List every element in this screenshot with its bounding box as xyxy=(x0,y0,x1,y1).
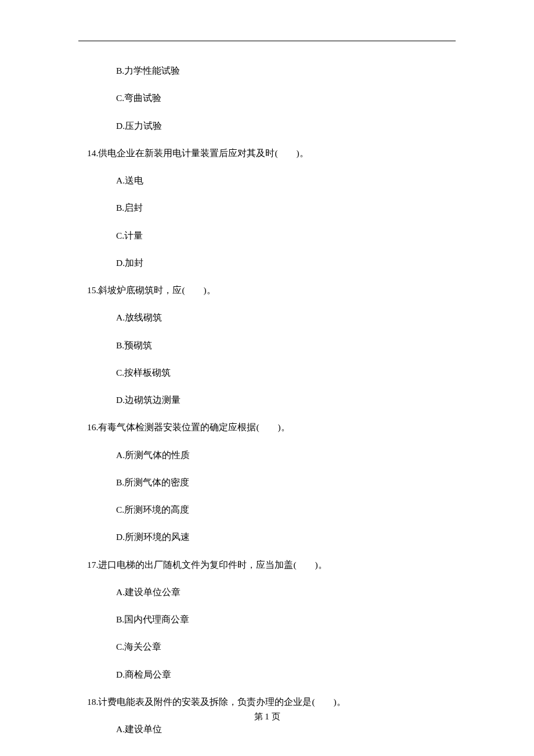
question-stem: 14.供电企业在新装用电计量装置后应对其及时( )。 xyxy=(87,146,447,160)
question-stem: 18.计费电能表及附件的安装及拆除，负责办理的企业是( )。 xyxy=(87,695,447,708)
option-text: B.启封 xyxy=(116,201,447,214)
option-text: A.放线砌筑 xyxy=(116,311,447,324)
question-stem: 15.斜坡炉底砌筑时，应( )。 xyxy=(87,283,447,297)
option-text: D.压力试验 xyxy=(116,119,447,132)
option-text: A.建设单位公章 xyxy=(116,585,447,599)
document-body: B.力学性能试验 C.弯曲试验 D.压力试验 14.供电企业在新装用电计量装置后… xyxy=(87,64,447,750)
option-text: A.建设单位 xyxy=(116,722,447,736)
option-text: C.计量 xyxy=(116,229,447,242)
horizontal-rule xyxy=(78,41,456,41)
option-text: C.弯曲试验 xyxy=(116,91,447,105)
option-text: C.所测环境的高度 xyxy=(116,503,447,516)
option-text: A.所测气体的性质 xyxy=(116,448,447,462)
option-text: D.商检局公章 xyxy=(116,668,447,681)
option-text: A.送电 xyxy=(116,174,447,187)
option-text: D.加封 xyxy=(116,256,447,269)
option-text: C.按样板砌筑 xyxy=(116,366,447,379)
question-stem: 16.有毒气体检测器安装位置的确定应根据( )。 xyxy=(87,420,447,434)
option-text: B.国内代理商公章 xyxy=(116,613,447,626)
option-text: B.所测气体的密度 xyxy=(116,476,447,489)
option-text: D.所测环境的风速 xyxy=(116,530,447,543)
question-stem: 17.进口电梯的出厂随机文件为复印件时，应当加盖( )。 xyxy=(87,558,447,571)
option-text: D.边砌筑边测量 xyxy=(116,393,447,406)
page-footer: 第 1 页 xyxy=(0,711,534,722)
option-text: C.海关公章 xyxy=(116,640,447,653)
option-text: B.力学性能试验 xyxy=(116,64,447,77)
option-text: B.预砌筑 xyxy=(116,339,447,352)
